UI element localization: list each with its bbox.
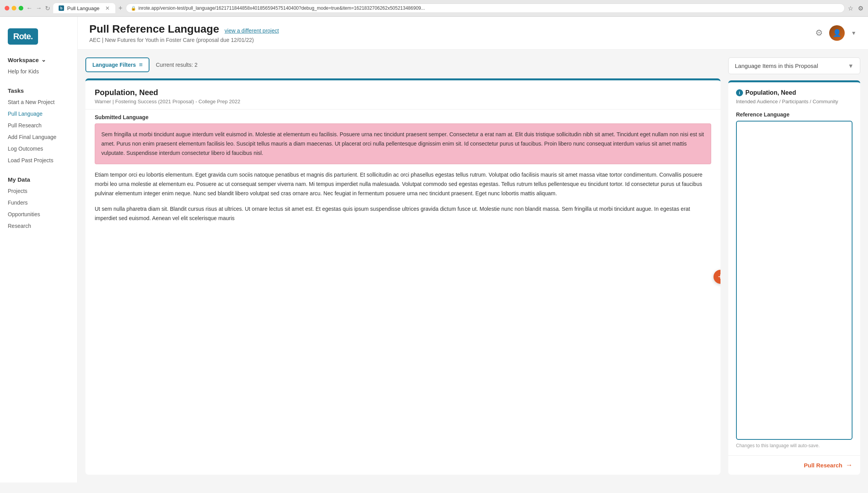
browser-chrome: ← → ↻ b Pull Language ✕ + 🔒 inrote.app/v… <box>0 0 868 17</box>
main-panel: Language Filters ≡ Current results: 2 Po… <box>85 57 720 475</box>
ref-lang-label: Reference Language <box>736 111 852 118</box>
sidebar-item-pull-language[interactable]: Pull Language <box>0 108 77 120</box>
close-dot[interactable] <box>5 6 9 10</box>
sidebar-item-label: Research <box>8 223 31 229</box>
page-title: Pull Reference Language view a different… <box>89 23 279 35</box>
tab-title: Pull Language <box>67 5 99 11</box>
header: Pull Reference Language view a different… <box>78 17 868 50</box>
logo-box[interactable]: Rote. <box>8 28 38 45</box>
logo: Rote. <box>0 24 77 54</box>
document-title: Population, Need <box>95 88 711 97</box>
tasks-label: Tasks <box>8 87 24 94</box>
header-subtitle: AEC | New Futures for Youth in Foster Ca… <box>89 37 279 43</box>
workspace-chevron-icon: ⌄ <box>41 56 46 63</box>
proposal-card: i Population, Need Intended Audience / P… <box>728 80 860 475</box>
sidebar-item-add-final-language[interactable]: Add Final Language <box>0 131 77 143</box>
document-section-label: Submitted Language <box>85 109 720 123</box>
sidebar-item-funders[interactable]: Funders <box>0 197 77 208</box>
sidebar-item-opportunities[interactable]: Opportunities <box>0 208 77 220</box>
sidebar-tasks-section: Tasks Start a New Project Pull Language … <box>0 85 77 166</box>
right-panel: Language Items in this Proposal ▼ i Popu… <box>728 57 860 475</box>
sidebar-item-research[interactable]: Research <box>0 220 77 232</box>
url-text: inrote.app/version-test/pull_language/16… <box>139 5 425 11</box>
tasks-title: Tasks <box>0 85 77 96</box>
address-bar[interactable]: 🔒 inrote.app/version-test/pull_language/… <box>126 3 845 13</box>
header-left: Pull Reference Language view a different… <box>89 23 279 43</box>
window-controls <box>5 6 23 10</box>
proposal-card-inner: i Population, Need Intended Audience / P… <box>728 82 860 455</box>
main-area: Pull Reference Language view a different… <box>78 17 868 483</box>
highlighted-paragraph: Sem fringilla ut morbi tincidunt augue i… <box>95 123 711 164</box>
arrow-right-icon: → <box>845 461 852 469</box>
avatar[interactable]: 👤 <box>829 25 845 41</box>
lock-icon: 🔒 <box>131 6 136 11</box>
filter-icon: ≡ <box>139 61 142 68</box>
document-wrapper: Population, Need Warner | Fostering Succ… <box>85 78 720 475</box>
browser-toolbar-icons: ☆ ⚙ <box>848 5 863 12</box>
proposal-tag: i Population, Need <box>736 89 852 96</box>
sidebar-workspace-section: Workspace ⌄ Help for Kids <box>0 54 77 77</box>
new-tab-icon[interactable]: + <box>118 4 123 12</box>
current-results-text: Current results: 2 <box>156 62 197 68</box>
document-header: Population, Need Warner | Fostering Succ… <box>85 80 720 109</box>
workspace-title[interactable]: Workspace ⌄ <box>0 54 77 66</box>
sidebar-item-label: Projects <box>8 188 28 194</box>
extensions-icon[interactable]: ⚙ <box>858 5 863 12</box>
tab-favicon: b <box>59 5 64 11</box>
sidebar-item-help-for-kids[interactable]: Help for Kids <box>0 66 77 77</box>
sidebar-item-projects[interactable]: Projects <box>0 185 77 197</box>
sidebar-item-label: Pull Research <box>8 122 42 128</box>
document-subtitle: Warner | Fostering Success (2021 Proposa… <box>95 99 711 104</box>
sidebar-item-load-past-projects[interactable]: Load Past Projects <box>0 154 77 166</box>
tab-close-icon[interactable]: ✕ <box>105 5 110 11</box>
workspace-label: Workspace <box>8 57 39 63</box>
sidebar-item-label: Load Past Projects <box>8 157 54 163</box>
language-filters-label: Language Filters <box>92 62 136 68</box>
document-body: Sem fringilla ut morbi tincidunt augue i… <box>85 123 720 237</box>
sidebar-item-label: Opportunities <box>8 211 40 217</box>
sidebar-item-label: Funders <box>8 200 28 206</box>
my-data-label: My Data <box>8 176 30 183</box>
avatar-dropdown-icon[interactable]: ▼ <box>851 30 856 36</box>
sidebar-item-label: Log Outcomes <box>8 146 43 152</box>
minimize-dot[interactable] <box>12 6 16 10</box>
autosave-note: Changes to this language will auto-save. <box>736 443 852 448</box>
language-filters-button[interactable]: Language Filters ≡ <box>85 57 149 72</box>
body-paragraph-2: Etiam tempor orci eu lobortis elementum.… <box>95 170 711 198</box>
sidebar-item-label: Pull Language <box>8 111 43 117</box>
proposal-subtitle: Intended Audience / Participants / Commu… <box>736 99 852 104</box>
pull-research-button[interactable]: Pull Research → <box>728 455 860 475</box>
sidebar-item-label: Help for Kids <box>8 68 39 75</box>
proposal-title: Population, Need <box>745 89 796 96</box>
language-items-dropdown-label: Language Items in this Proposal <box>735 62 818 69</box>
header-right: ⚙ 👤 ▼ <box>815 25 856 41</box>
ref-lang-textarea[interactable] <box>736 121 852 440</box>
sidebar-item-pull-research[interactable]: Pull Research <box>0 120 77 131</box>
sidebar-item-label: Add Final Language <box>8 134 56 140</box>
view-different-project-link[interactable]: view a different project <box>225 28 279 34</box>
sidebar-item-log-outcomes[interactable]: Log Outcomes <box>0 143 77 154</box>
sidebar-item-new-project[interactable]: Start a New Project <box>0 96 77 108</box>
pull-research-label: Pull Research <box>804 462 842 469</box>
language-items-dropdown[interactable]: Language Items in this Proposal ▼ <box>728 57 860 74</box>
settings-icon[interactable]: ⚙ <box>815 28 823 38</box>
refresh-icon[interactable]: ↻ <box>45 5 50 12</box>
dropdown-arrow-icon: ▼ <box>848 62 854 69</box>
sidebar-item-label: Start a New Project <box>8 99 55 105</box>
document-card: Population, Need Warner | Fostering Succ… <box>85 78 720 475</box>
back-icon[interactable]: ← <box>26 5 33 12</box>
sidebar: Rote. Workspace ⌄ Help for Kids Tasks St… <box>0 17 78 483</box>
forward-icon[interactable]: → <box>36 5 42 12</box>
info-icon: i <box>736 89 743 96</box>
bookmark-icon[interactable]: ☆ <box>848 5 853 12</box>
content-area: Language Filters ≡ Current results: 2 Po… <box>78 50 868 483</box>
app-container: Rote. Workspace ⌄ Help for Kids Tasks St… <box>0 17 868 483</box>
maximize-dot[interactable] <box>19 6 23 10</box>
browser-navigation: ← → ↻ <box>26 5 50 12</box>
my-data-title: My Data <box>0 174 77 185</box>
page-title-text: Pull Reference Language <box>89 23 219 35</box>
body-paragraph-3: Ut sem nulla pharetra diam sit. Blandit … <box>95 205 711 223</box>
filter-bar: Language Filters ≡ Current results: 2 <box>85 57 720 72</box>
sidebar-my-data-section: My Data Projects Funders Opportunities R… <box>0 174 77 232</box>
browser-tab[interactable]: b Pull Language ✕ <box>53 3 115 13</box>
